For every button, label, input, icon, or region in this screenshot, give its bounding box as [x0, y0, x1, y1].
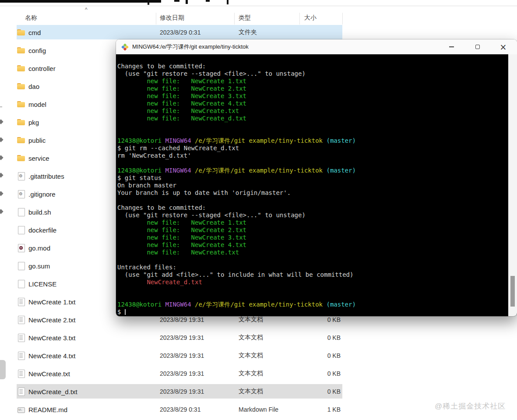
terminal-text-segment: Changes to be committed:	[117, 204, 206, 211]
column-separator[interactable]	[234, 13, 235, 25]
terminal-text-segment: new file: NewCreate 4.txt	[117, 241, 246, 248]
file-type: 文本文档	[239, 370, 263, 378]
file-type: 文件夹	[239, 28, 257, 36]
window-controls: ×	[441, 39, 513, 54]
terminal-line: new file: NewCreate 1.txt	[117, 78, 507, 85]
terminal-text-segment: /e/学习课件/git example/tiny-ticktok	[195, 137, 326, 144]
screen: ^ 名称 修改日期 类型 大小 cmd 2023/8/29 0:31 文件夹 c…	[0, 0, 517, 420]
file-row[interactable]: cmd 2023/8/29 0:31 文件夹	[0, 23, 350, 41]
terminal-text-segment: (use "git add <file>..." to include in w…	[117, 271, 353, 278]
minimize-button[interactable]	[441, 39, 462, 54]
file-date: 2023/8/29 19:31	[160, 388, 204, 395]
terminal-text-segment: (master)	[326, 301, 355, 308]
terminal-text-segment: new file: NewCreate 2.txt	[117, 85, 246, 92]
file-date: 2023/8/29 19:31	[160, 370, 204, 377]
text-icon	[17, 352, 25, 360]
terminal-line: new file: NewCreate 3.txt	[117, 234, 507, 241]
terminal-text-segment: MINGW64	[165, 137, 195, 144]
terminal-line: new file: NewCreate 2.txt	[117, 226, 507, 234]
terminal-text-segment: new file: NewCreate 3.txt	[117, 234, 246, 241]
file-name: build.sh	[28, 208, 51, 215]
terminal-title: MINGW64:/e/学习课件/git example/tiny-ticktok	[132, 43, 249, 51]
text-icon	[17, 298, 25, 306]
terminal-cursor	[125, 309, 126, 315]
folder-icon	[17, 64, 25, 72]
terminal-line: new file: NewCreate 4.txt	[117, 100, 507, 107]
terminal-text-segment: $ git rm --cached NewCreate_d.txt	[117, 145, 239, 152]
file-name: go.sum	[28, 262, 50, 269]
terminal-text-segment: MINGW64	[165, 301, 195, 308]
file-name: .gitignore	[28, 190, 56, 198]
terminal-text-segment: new file: NewCreate.txt	[117, 249, 239, 256]
file-row[interactable]: NewCreate 3.txt 2023/8/29 19:31 文本文档 0 K…	[0, 328, 350, 346]
terminal-text-segment: NewCreate_d.txt	[117, 279, 202, 286]
terminal-line: Your branch is up to date with 'origin/m…	[117, 189, 507, 197]
file-row[interactable]: NewCreate.txt 2023/8/29 19:31 文本文档 0 KB	[0, 364, 350, 382]
terminal-line: (use "git add <file>..." to include in w…	[117, 271, 507, 279]
file-row[interactable]: NewCreate_d.txt 2023/8/29 19:31 文本文档 0 K…	[0, 382, 350, 400]
terminal-text-segment: On branch master	[117, 182, 176, 189]
close-button[interactable]: ×	[493, 39, 513, 54]
file-date: 2023/8/29 0:31	[160, 29, 200, 36]
terminal-scrollbar[interactable]	[508, 54, 517, 316]
terminal-text-segment: /e/学习课件/git example/tiny-ticktok	[195, 301, 326, 308]
folder-icon	[17, 82, 25, 90]
terminal-line	[117, 293, 507, 301]
terminal-text-segment: $	[117, 308, 125, 315]
terminal-text-segment: (use "git restore --staged <file>..." to…	[117, 70, 306, 77]
file-row[interactable]: README.md 2023/8/29 0:31 Markdown File 1…	[0, 400, 350, 418]
terminal-line	[117, 159, 507, 167]
column-header-type[interactable]: 类型	[239, 14, 251, 22]
column-separator[interactable]	[156, 13, 156, 25]
file-name: dao	[28, 82, 39, 90]
terminal-text-segment: (master)	[326, 137, 355, 144]
git-config-icon	[17, 190, 25, 198]
maximize-button[interactable]	[467, 39, 488, 54]
terminal-text-segment: new file: NewCreate 1.txt	[117, 78, 246, 85]
file-icon	[17, 208, 25, 216]
terminal-line: (use "git restore --staged <file>..." to…	[117, 70, 507, 78]
file-name: service	[28, 154, 49, 162]
column-header-date[interactable]: 修改日期	[160, 14, 184, 22]
file-size: 0 KB	[299, 334, 341, 341]
terminal-line: new file: NewCreate.txt	[117, 249, 507, 256]
folder-icon	[17, 118, 25, 126]
folder-icon	[17, 46, 25, 54]
column-separator[interactable]	[299, 13, 300, 25]
artifact-mark	[148, 0, 149, 5]
file-name: NewCreate 3.txt	[28, 334, 76, 341]
file-name: controller	[28, 64, 56, 72]
file-name: public	[28, 136, 46, 144]
file-type: 文本文档	[239, 388, 263, 395]
terminal-body[interactable]: Changes to be committed: (use "git resto…	[116, 54, 517, 316]
edge-scroll-tab[interactable]	[0, 360, 6, 379]
terminal-text-segment: $ git status	[117, 174, 162, 181]
file-type: 文本文档	[239, 316, 263, 324]
scrollbar-thumb[interactable]	[510, 276, 515, 307]
file-name: cmd	[28, 28, 41, 36]
terminal-line: new file: NewCreate_d.txt	[117, 115, 507, 122]
terminal-line	[117, 286, 507, 293]
terminal-line: $	[117, 308, 507, 316]
terminal-line: 12438@kotori MINGW64 /e/学习课件/git example…	[117, 137, 507, 145]
file-name: README.md	[28, 406, 67, 413]
terminal-titlebar[interactable]: MINGW64:/e/学习课件/git example/tiny-ticktok…	[116, 39, 517, 54]
column-header-size[interactable]: 大小	[304, 14, 317, 22]
file-name: config	[28, 46, 46, 54]
terminal-text-segment: 12438@kotori	[117, 301, 165, 308]
artifact-mark	[174, 0, 179, 2]
close-icon: ×	[500, 43, 507, 51]
terminal-text-segment: 12438@kotori	[117, 137, 165, 144]
column-separator[interactable]	[342, 13, 343, 25]
file-row[interactable]: NewCreate 4.txt 2023/8/29 19:31 文本文档 0 K…	[0, 346, 350, 364]
sort-ascending-icon: ^	[85, 7, 88, 13]
terminal-line: NewCreate_d.txt	[117, 279, 507, 286]
terminal-text-segment: new file: NewCreate.txt	[117, 107, 239, 114]
file-date: 2023/8/29 19:31	[160, 352, 204, 359]
terminal-text-segment: new file: NewCreate 1.txt	[117, 219, 246, 226]
file-name: NewCreate_d.txt	[28, 388, 77, 395]
column-header-name[interactable]: 名称	[25, 14, 37, 22]
file-name: pkg	[28, 118, 39, 126]
terminal-text-segment: (use "git restore --staged <file>..." to…	[117, 212, 306, 219]
terminal-window: MINGW64:/e/学习课件/git example/tiny-ticktok…	[116, 39, 517, 316]
